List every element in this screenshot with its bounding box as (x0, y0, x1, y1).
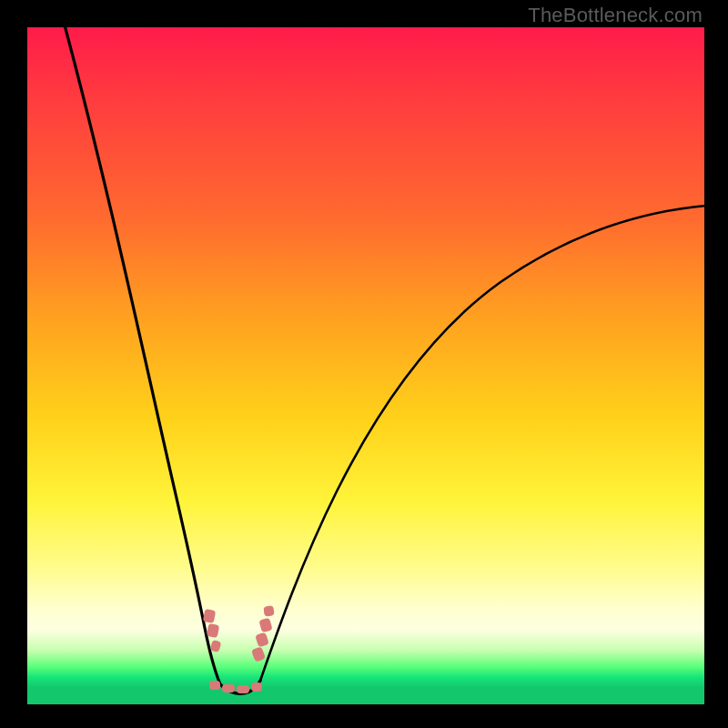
curve-left-branch (64, 22, 220, 684)
curve-layer (27, 27, 704, 704)
attribution-text: TheBottleneck.com (528, 4, 703, 27)
chart-frame: TheBottleneck.com (0, 0, 728, 728)
curve-valley-floor (220, 681, 260, 693)
plot-area (27, 27, 704, 704)
curve-right-branch (260, 206, 706, 681)
